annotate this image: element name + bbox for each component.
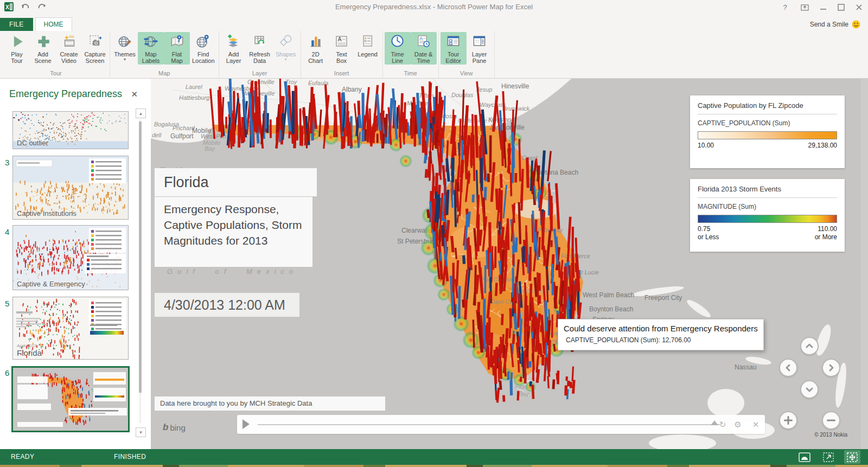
- legend-max-sub: or More: [815, 233, 837, 241]
- ribbon-button-time-line[interactable]: TimeLine: [385, 32, 411, 65]
- legend-min: 0.75: [698, 225, 710, 233]
- legend-storm-events[interactable]: Florida 2013 Storm Events MAGNITUDE (Sum…: [690, 179, 845, 252]
- button-label: CreateVideo: [60, 51, 78, 64]
- play-icon[interactable]: [242, 419, 250, 429]
- textbox-icon: A: [334, 34, 349, 51]
- scene-thumbnail-3[interactable]: 3Captive Institutions: [12, 156, 129, 220]
- ribbon-button-create-video[interactable]: CreateVideo: [56, 32, 82, 65]
- chevron-left-icon: [784, 363, 793, 372]
- zoom-in-button[interactable]: [779, 411, 797, 430]
- group-label: Map: [112, 69, 217, 77]
- tab-file[interactable]: FILE: [0, 18, 33, 31]
- settings-gear-icon[interactable]: ⚙: [732, 419, 743, 430]
- plus-icon: [784, 416, 793, 425]
- button-label: TextBox: [336, 51, 347, 64]
- tour-pane: Emergency Preparedness ✕ DC outlier3Capt…: [0, 79, 151, 449]
- scene-sublabel: April 2013: [17, 343, 36, 348]
- help-button[interactable]: ?: [780, 2, 790, 12]
- legend-gradient-bar: [698, 131, 837, 139]
- ribbon-button-legend[interactable]: Legend: [355, 32, 381, 58]
- resize-mode-button[interactable]: [820, 450, 837, 464]
- legend-field: MAGNITUDE (Sum): [698, 203, 837, 210]
- button-label: MapLabels: [142, 51, 159, 64]
- map-area[interactable]: LaurelWaynesboroHattiesburgGreenvilleMon…: [151, 79, 868, 449]
- legend-captive-population[interactable]: Captive Population by FL Zipcode CAPTIVE…: [690, 95, 845, 168]
- ribbon-button-capture-screen[interactable]: CaptureScreen: [82, 32, 108, 65]
- ribbon-button-layer-pane[interactable]: LayerPane: [467, 32, 493, 65]
- svg-text:Gulfport: Gulfport: [170, 132, 194, 140]
- date-time-box[interactable]: 4/30/2013 12:00 AM: [155, 293, 299, 317]
- ribbon-button-map-labels[interactable]: MapLabels: [138, 32, 164, 65]
- svg-text:A: A: [419, 36, 423, 41]
- status-bar: READY FINISHED: [0, 449, 868, 465]
- scene-thumbnail-2[interactable]: DC outlier: [12, 111, 129, 149]
- popout-button[interactable]: [801, 3, 809, 11]
- zoom-out-button[interactable]: [822, 411, 840, 430]
- maximize-button[interactable]: [838, 4, 845, 11]
- svg-text:Boynton Beach: Boynton Beach: [589, 305, 633, 313]
- tour-pane-scrollbar[interactable]: ▲ ▼: [136, 108, 145, 434]
- scene-label: Captive Institutions: [17, 209, 76, 217]
- addlayer-icon: [226, 34, 241, 51]
- themes-icon: [118, 34, 132, 51]
- svg-text:Hattiesburg: Hattiesburg: [179, 94, 210, 101]
- repeat-icon[interactable]: ↻: [717, 419, 728, 430]
- tour-pane-close-icon[interactable]: ✕: [131, 89, 138, 99]
- ribbon-button-date-time[interactable]: ADate &Time: [411, 32, 437, 65]
- pan-right-button[interactable]: [822, 359, 840, 377]
- ribbon-button-add-layer[interactable]: AddLayer: [221, 32, 247, 65]
- map-edge-strip: [861, 79, 868, 449]
- ribbon-button-themes[interactable]: Themes▾: [112, 32, 138, 62]
- chevron-right-icon: [827, 363, 835, 372]
- scene-thumbnail-6[interactable]: 6: [12, 366, 130, 432]
- ribbon-button-2d-chart[interactable]: 2DChart: [303, 32, 329, 65]
- button-label: AddScene: [34, 51, 51, 64]
- timeline-close-icon[interactable]: ✕: [750, 419, 761, 430]
- ribbon-button-play-tour[interactable]: PlayTour: [4, 32, 30, 65]
- minimize-button[interactable]: [820, 4, 827, 11]
- title-bar: X Emergency Preparedness.xlsx - Microsof…: [0, 0, 868, 14]
- screenshot-mode-button[interactable]: [796, 450, 813, 464]
- scroll-down-icon[interactable]: ▼: [136, 427, 146, 437]
- ribbon-group-time: TimeLineADate &TimeTime: [383, 31, 439, 78]
- legend-title: Captive Population by FL Zipcode: [698, 101, 837, 110]
- scene-thumbnail-5[interactable]: 5April 2013Florida: [12, 297, 129, 360]
- timeline-player: ↻ ⚙ ✕: [237, 415, 765, 434]
- chevron-down-icon: [805, 385, 814, 394]
- fit-to-window-button[interactable]: [844, 450, 860, 464]
- dropdown-arrow-icon: ▾: [285, 57, 287, 62]
- tour-title: Emergency Preparedness: [9, 88, 122, 100]
- ribbon-button-flat-map[interactable]: FlatMap: [164, 32, 190, 65]
- scene-thumbnail-4[interactable]: 4Captive & Emergency: [12, 225, 129, 290]
- scene-number: 5: [5, 299, 9, 308]
- pan-left-button[interactable]: [779, 359, 797, 377]
- ribbon-button-refresh-data[interactable]: RefreshData: [247, 32, 273, 65]
- move-arrows-icon: [847, 452, 858, 462]
- scene-title-box[interactable]: Florida: [155, 168, 317, 196]
- play-icon: [10, 34, 24, 51]
- ribbon-button-text-box[interactable]: ATextBox: [329, 32, 355, 65]
- data-point-tooltip: Could deserve attention from Emergency R…: [558, 319, 764, 350]
- tooltip-title: Could deserve attention from Emergency R…: [564, 324, 763, 333]
- ribbon-button-tour-editor[interactable]: TourEditor: [441, 32, 467, 65]
- video-icon: [62, 34, 76, 51]
- scene-description-box[interactable]: Emergency Response, Captive Populations,…: [155, 197, 312, 267]
- send-a-smile[interactable]: Send a Smile: [810, 20, 860, 29]
- pan-up-button[interactable]: [800, 337, 819, 355]
- svg-text:Gulf of Mexico: Gulf of Mexico: [167, 267, 298, 276]
- pan-down-button[interactable]: [800, 380, 819, 399]
- scene-label: DC outlier: [17, 139, 48, 147]
- window-title: Emergency Preparedness.xlsx - Microsoft …: [0, 3, 868, 11]
- timeline-track[interactable]: [258, 424, 720, 425]
- svg-text:A: A: [338, 36, 342, 42]
- ribbon: PlayTourAddSceneCreateVideoCaptureScreen…: [0, 31, 868, 79]
- ribbon-button-find-location[interactable]: FindLocation: [190, 32, 217, 65]
- ribbon-group-map: Themes▾MapLabelsFlatMapFindLocationMap: [110, 31, 219, 78]
- close-button[interactable]: [856, 4, 863, 11]
- scroll-thumb[interactable]: [139, 121, 142, 393]
- ribbon-button-add-scene[interactable]: AddScene: [30, 32, 56, 65]
- scroll-up-icon[interactable]: ▲: [136, 108, 146, 118]
- ribbon-button-shapes[interactable]: Shapes▾: [273, 32, 299, 62]
- resize-icon: [823, 452, 834, 462]
- tab-home[interactable]: HOME: [35, 17, 72, 31]
